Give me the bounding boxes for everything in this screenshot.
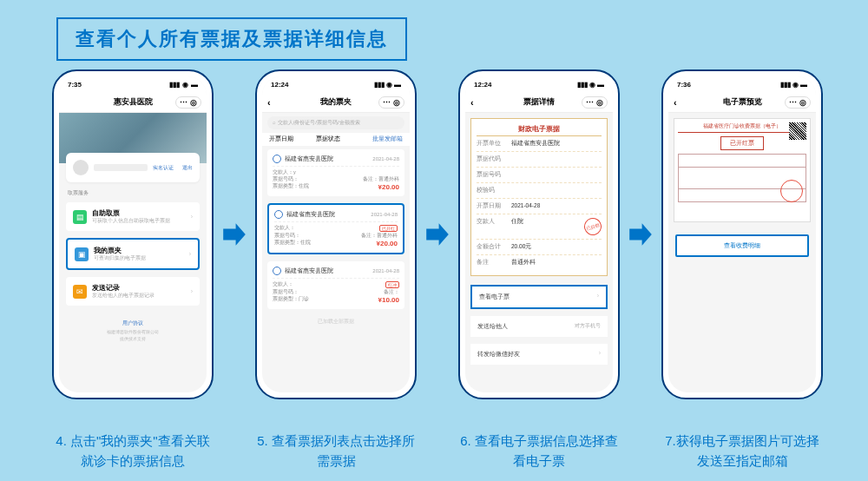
nav-bar: ‹ 电子票预览 ⋯ ◎ [668, 92, 816, 113]
captions-row: 4. 点击"我的票夹"查看关联就诊卡的票据信息 5. 查看票据列表点击选择所需票… [52, 432, 823, 471]
nav-capsule[interactable]: ⋯ ◎ [175, 96, 201, 109]
arrow-icon [424, 221, 451, 248]
status-icons: ▮▮▮ ◉ ▬ [780, 81, 807, 89]
send-icon: ✉ [73, 285, 87, 299]
screen-1: 7:35 ▮▮▮ ◉ ▬ 惠安县医院 ⋯ ◎ 实名认证 退出 [59, 76, 207, 392]
folder-icon: ▣ [75, 247, 89, 261]
nav-bar: ‹ 我的票夹 ⋯ ◎ [262, 92, 410, 113]
back-icon[interactable]: ‹ [470, 97, 474, 108]
user-card: 实名认证 退出 [66, 153, 200, 182]
phone-step-7: 7:36 ▮▮▮ ◉ ▬ ‹ 电子票预览 ⋯ ◎ 福建省医疗门诊收费票据（电子）… [661, 69, 823, 399]
action-view-einvoice[interactable]: 查看电子票 › [470, 285, 608, 309]
menu-my-folder[interactable]: ▣ 我的票夹 可查询归集的电子票据 › [66, 238, 200, 270]
more-icon[interactable]: ⋯ [180, 98, 187, 107]
nav-title: 票据详情 [523, 96, 555, 108]
chevron-right-icon: › [191, 288, 193, 294]
logout-link[interactable]: 退出 [182, 164, 193, 172]
notch [516, 76, 563, 88]
notch [719, 76, 766, 88]
ticket-icon: ▤ [73, 210, 87, 224]
close-icon[interactable]: ◎ [190, 98, 197, 107]
notch [109, 76, 157, 88]
red-invoice-tag: 已开红票 [720, 136, 764, 150]
nav-bar: ‹ 票据详情 ⋯ ◎ [465, 92, 613, 113]
stamp-icon: 已归档 [582, 216, 603, 237]
caption-5: 5. 查看票据列表点击选择所需票据 [255, 432, 417, 471]
filter-row: 开票日期 票据状态 批量发邮箱 [262, 133, 410, 146]
action-forward-wechat[interactable]: 转发给微信好友 › [470, 344, 608, 365]
page-title-box: 查看个人所有票据及票据详细信息 [56, 17, 407, 61]
status-time: 7:36 [677, 81, 691, 89]
screen-2: 12:24 ▮▮▮ ◉ ▬ ‹ 我的票夹 ⋯ ◎ ⌕ 交款人/身份证号/票据号码… [262, 76, 410, 392]
nav-capsule[interactable]: ⋯ ◎ [378, 96, 404, 109]
bill-logo-icon [273, 155, 281, 163]
caption-7: 7.获得电子票据图片可选择发送至指定邮箱 [661, 432, 823, 471]
phone-step-5: 12:24 ▮▮▮ ◉ ▬ ‹ 我的票夹 ⋯ ◎ ⌕ 交款人/身份证号/票据号码… [255, 69, 417, 399]
action-send-other[interactable]: 发送给他人 对方手机号 [470, 316, 608, 337]
avatar [73, 160, 89, 175]
bill-card-3[interactable]: 福建省惠安县医院 2021-04-28 交款人：红冲 票据号码：备注： 票据类型… [267, 261, 404, 309]
status-time: 12:24 [474, 81, 491, 89]
arrow-icon [627, 221, 654, 248]
einvoice-image: 福建省医疗门诊收费票据（电子） 已开红票 [674, 118, 811, 222]
chevron-right-icon: › [191, 214, 193, 220]
menu-self-pickup[interactable]: ▤ 自助取票 可获取个人信息自助获取电子票据 › [66, 202, 200, 231]
screen-4: 7:36 ▮▮▮ ◉ ▬ ‹ 电子票预览 ⋯ ◎ 福建省医疗门诊收费票据（电子）… [668, 76, 816, 392]
footer-agreement[interactable]: 用户协议 [59, 320, 207, 327]
nav-bar: 惠安县医院 ⋯ ◎ [59, 92, 207, 113]
phone-step-6: 12:24 ▮▮▮ ◉ ▬ ‹ 票据详情 ⋯ ◎ 财政电子票据 开票单位福建省惠… [458, 69, 620, 399]
receipt-card: 财政电子票据 开票单位福建省惠安县医院 票据代码 票据号码 校验码 开票日期20… [470, 118, 608, 276]
view-detail-button[interactable]: 查看收费明细 [675, 234, 809, 257]
status-icons: ▮▮▮ ◉ ▬ [577, 81, 604, 89]
qr-icon [789, 122, 806, 140]
caption-4: 4. 点击"我的票夹"查看关联就诊卡的票据信息 [52, 432, 214, 471]
nav-capsule[interactable]: ⋯ ◎ [582, 96, 608, 109]
phone-step-4: 7:35 ▮▮▮ ◉ ▬ 惠安县医院 ⋯ ◎ 实名认证 退出 [52, 69, 214, 399]
footer-support: 提供技术支持 [59, 336, 207, 341]
nav-capsule[interactable]: ⋯ ◎ [785, 96, 811, 109]
chevron-right-icon: › [599, 350, 601, 359]
footer-company: 福建博思软件股份有限公司 [59, 329, 207, 334]
arrow-icon [220, 221, 248, 248]
screen-3: 12:24 ▮▮▮ ◉ ▬ ‹ 票据详情 ⋯ ◎ 财政电子票据 开票单位福建省惠… [465, 76, 613, 392]
nav-title: 电子票预览 [723, 96, 762, 108]
filter-batch-mail[interactable]: 批量发邮箱 [363, 135, 403, 143]
status-time: 7:35 [68, 81, 82, 89]
bill-logo-icon [273, 267, 281, 275]
search-icon: ⌕ [273, 120, 276, 125]
invoice-head: 福建省医疗门诊收费票据（电子） [678, 122, 806, 133]
caption-6: 6. 查看电子票据信息选择查看电子票 [458, 432, 620, 471]
nav-title: 我的票夹 [320, 96, 352, 108]
page-title: 查看个人所有票据及票据详细信息 [76, 28, 388, 49]
section-label: 取票服务 [59, 188, 207, 199]
verify-link[interactable]: 实名认证 [153, 164, 174, 172]
signal-icon: ▮▮▮ [169, 81, 180, 89]
back-icon[interactable]: ‹ [674, 97, 677, 108]
wifi-icon: ◉ [182, 81, 188, 89]
nav-title: 惠安县医院 [114, 96, 153, 108]
filter-date[interactable]: 开票日期 [269, 135, 309, 143]
list-end: 已加载全部票据 [262, 318, 410, 326]
user-name-blur [94, 164, 148, 171]
seal-icon [780, 180, 803, 202]
chevron-right-icon: › [597, 293, 599, 301]
bill-card-2[interactable]: 福建省惠安县医院 2021-04-28 交款人：已开红 票据号码：备注：普通外科… [267, 203, 404, 254]
battery-icon: ▬ [191, 81, 198, 89]
bill-card-1[interactable]: 福建省惠安县医院 2021-04-28 交款人：y 票据号码：备注：普通外科 票… [267, 149, 404, 196]
phones-row: 7:35 ▮▮▮ ◉ ▬ 惠安县医院 ⋯ ◎ 实名认证 退出 [52, 69, 823, 399]
status-icons: ▮▮▮ ◉ ▬ [374, 81, 401, 89]
back-icon[interactable]: ‹ [267, 97, 271, 108]
menu-send-log[interactable]: ✉ 发送记录 发送给他人的电子票据记录 › [66, 277, 200, 306]
status-time: 12:24 [271, 81, 288, 89]
filter-status[interactable]: 票据状态 [316, 135, 356, 143]
search-input[interactable]: ⌕ 交款人/身份证号/票据号码/金额搜索 [267, 116, 404, 129]
bill-logo-icon [274, 210, 283, 219]
notch [312, 76, 360, 88]
status-icons: ▮▮▮ ◉ ▬ [169, 81, 198, 89]
chevron-right-icon: › [189, 251, 191, 257]
receipt-title: 财政电子票据 [477, 124, 602, 136]
